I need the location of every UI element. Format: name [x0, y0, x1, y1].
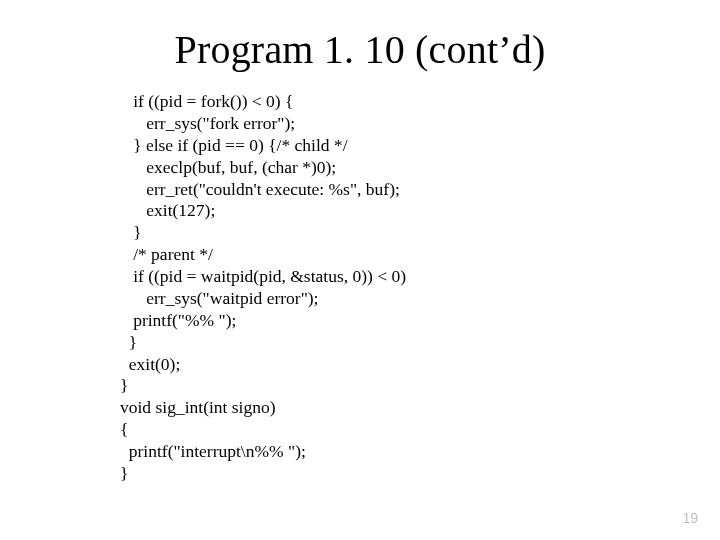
page-number: 19 [682, 510, 698, 526]
slide: Program 1. 10 (cont’d) if ((pid = fork()… [0, 0, 720, 540]
code-block: if ((pid = fork()) < 0) { err_sys("fork … [120, 91, 660, 485]
slide-title: Program 1. 10 (cont’d) [60, 26, 660, 73]
